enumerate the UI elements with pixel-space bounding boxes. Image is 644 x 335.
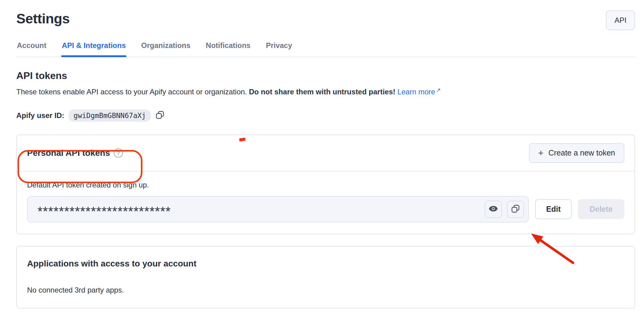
user-id-label: Apify user ID: [16, 111, 64, 120]
token-masked-field[interactable]: ************************* [27, 196, 529, 223]
settings-page: Settings API Account API & Integrations … [0, 0, 644, 335]
personal-tokens-card: Personal API tokens ? + Create a new tok… [16, 135, 635, 234]
reveal-token-button[interactable] [485, 201, 502, 218]
token-masked-value: ************************* [38, 204, 480, 219]
personal-tokens-card-body: Default API token created on sign up. **… [17, 171, 634, 234]
tab-privacy[interactable]: Privacy [265, 37, 292, 57]
tab-notifications[interactable]: Notifications [205, 37, 251, 57]
user-id-value: gwiDgmBmGBNN67aXj [69, 109, 151, 122]
external-link-icon: ↗ [436, 87, 441, 93]
page-header: Settings API [16, 10, 635, 30]
description-warning-text: Do not share them with untrusted parties… [249, 88, 395, 96]
copy-token-button[interactable] [507, 201, 524, 218]
token-row: ************************* [27, 196, 624, 223]
api-button[interactable]: API [606, 10, 635, 30]
applications-empty-text: No connected 3rd party apps. [27, 286, 624, 294]
plus-icon: + [538, 148, 544, 158]
token-description: Default API token created on sign up. [27, 181, 624, 189]
tab-api-integrations[interactable]: API & Integrations [61, 37, 126, 57]
description-normal-text: These tokens enable API access to your A… [16, 88, 249, 96]
copy-user-id-button[interactable] [155, 110, 165, 121]
user-id-row: Apify user ID: gwiDgmBmGBNN67aXj [16, 109, 635, 122]
api-tokens-description: These tokens enable API access to your A… [16, 86, 635, 97]
question-circle-icon[interactable]: ? [114, 148, 123, 158]
create-new-token-button[interactable]: + Create a new token [529, 143, 624, 163]
eye-icon [488, 203, 499, 215]
edit-token-button[interactable]: Edit [535, 199, 572, 219]
copy-icon [511, 204, 520, 215]
personal-tokens-card-header: Personal API tokens ? + Create a new tok… [17, 135, 634, 171]
token-field-actions [485, 201, 524, 218]
applications-title: Applications with access to your account [27, 259, 624, 269]
personal-tokens-title-wrap: Personal API tokens ? [27, 148, 123, 158]
delete-token-button: Delete [578, 199, 624, 219]
create-new-token-label: Create a new token [548, 148, 615, 157]
applications-card: Applications with access to your account… [16, 246, 635, 309]
api-tokens-heading: API tokens [16, 70, 635, 81]
tab-account[interactable]: Account [16, 37, 47, 57]
settings-tabs: Account API & Integrations Organizations… [16, 37, 635, 57]
tab-organizations[interactable]: Organizations [141, 37, 191, 57]
personal-tokens-title: Personal API tokens [27, 148, 110, 158]
applications-card-body: Applications with access to your account… [17, 246, 634, 308]
learn-more-link[interactable]: Learn more [397, 88, 435, 96]
page-title: Settings [16, 10, 70, 27]
copy-icon [155, 110, 165, 121]
